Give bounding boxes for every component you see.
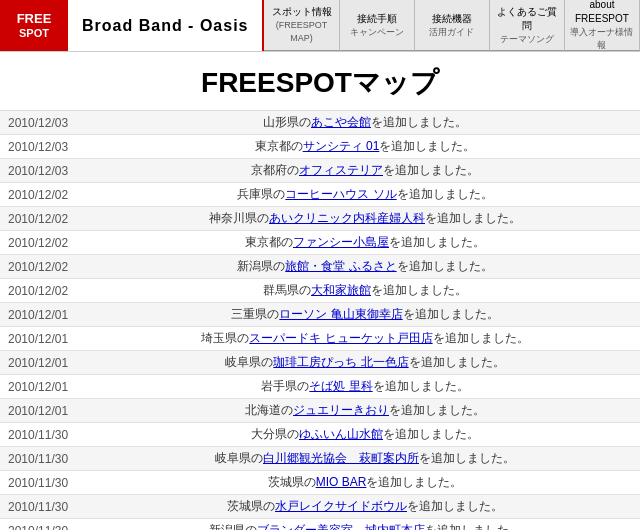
entry-link[interactable]: そば処 里科 (309, 379, 372, 393)
table-row: 2010/12/02群馬県の大和家旅館を追加しました。 (0, 279, 640, 303)
entry-text: 大分県のゆふいん山水館を追加しました。 (90, 423, 640, 447)
page-title: FREESPOTマップ (0, 52, 640, 111)
header: FREE SPOT Broad Band - Oasis スポット情報(FREE… (0, 0, 640, 52)
table-row: 2010/12/02神奈川県のあいクリニック内科産婦人科を追加しました。 (0, 207, 640, 231)
entry-link[interactable]: オフィステリア (299, 163, 383, 177)
table-row: 2010/11/30岐阜県の白川郷観光協会 萩町案内所を追加しました。 (0, 447, 640, 471)
entry-date: 2010/12/03 (0, 111, 90, 135)
brand-name: Broad Band - Oasis (68, 0, 264, 51)
entry-text: 埼玉県のスーパードキ ヒューケット戸田店を追加しました。 (90, 327, 640, 351)
entry-link[interactable]: 白川郷観光協会 萩町案内所 (263, 451, 419, 465)
entry-text: 新潟県の旅館・食堂 ふるさとを追加しました。 (90, 255, 640, 279)
freespot-logo: FREE SPOT (17, 11, 52, 40)
entry-link[interactable]: スーパードキ ヒューケット戸田店 (249, 331, 432, 345)
entry-link[interactable]: あいクリニック内科産婦人科 (269, 211, 425, 225)
table-row: 2010/12/03東京都のサンシティ 01を追加しました。 (0, 135, 640, 159)
entry-date: 2010/12/02 (0, 255, 90, 279)
entry-date: 2010/11/30 (0, 423, 90, 447)
logo-area: FREE SPOT (0, 0, 68, 51)
entry-text: 東京都のサンシティ 01を追加しました。 (90, 135, 640, 159)
nav-item-devices[interactable]: 接続機器活用ガイド (415, 0, 490, 51)
table-row: 2010/12/01岐阜県の珈琲工房ぴっち 北一色店を追加しました。 (0, 351, 640, 375)
entry-link[interactable]: 旅館・食堂 ふるさと (285, 259, 396, 273)
entry-text: 兵庫県のコーヒーハウス ソルを追加しました。 (90, 183, 640, 207)
entry-date: 2010/12/02 (0, 279, 90, 303)
entry-text: 茨城県の水戸レイクサイドボウルを追加しました。 (90, 495, 640, 519)
table-row: 2010/12/02兵庫県のコーヒーハウス ソルを追加しました。 (0, 183, 640, 207)
entry-date: 2010/12/01 (0, 399, 90, 423)
entry-date: 2010/12/02 (0, 231, 90, 255)
table-row: 2010/11/30茨城県の水戸レイクサイドボウルを追加しました。 (0, 495, 640, 519)
table-row: 2010/12/03山形県のあこや会館を追加しました。 (0, 111, 640, 135)
table-row: 2010/12/03京都府のオフィステリアを追加しました。 (0, 159, 640, 183)
entry-date: 2010/11/30 (0, 519, 90, 531)
entry-text: 三重県のローソン 亀山東御幸店を追加しました。 (90, 303, 640, 327)
entry-date: 2010/12/01 (0, 327, 90, 351)
table-row: 2010/12/01埼玉県のスーパードキ ヒューケット戸田店を追加しました。 (0, 327, 640, 351)
entry-date: 2010/12/01 (0, 303, 90, 327)
entry-link[interactable]: あこや会館 (311, 115, 371, 129)
entry-link[interactable]: ゆふいん山水館 (299, 427, 383, 441)
table-row: 2010/12/01岩手県のそば処 里科を追加しました。 (0, 375, 640, 399)
entry-link[interactable]: 珈琲工房ぴっち 北一色店 (273, 355, 408, 369)
entry-date: 2010/11/30 (0, 471, 90, 495)
entry-text: 茨城県のMIO BARを追加しました。 (90, 471, 640, 495)
nav-item-faq[interactable]: よくあるご質問テーマソング (490, 0, 565, 51)
entry-link[interactable]: ファンシー小島屋 (293, 235, 389, 249)
entry-text: 神奈川県のあいクリニック内科産婦人科を追加しました。 (90, 207, 640, 231)
table-row: 2010/12/01北海道のジュエリーきおりを追加しました。 (0, 399, 640, 423)
nav-bar: スポット情報(FREESPOT MAP)接続手順キャンペーン接続機器活用ガイドよ… (264, 0, 640, 51)
entry-link[interactable]: ローソン 亀山東御幸店 (279, 307, 402, 321)
nav-item-connection[interactable]: 接続手順キャンペーン (340, 0, 415, 51)
table-row: 2010/12/02新潟県の旅館・食堂 ふるさとを追加しました。 (0, 255, 640, 279)
table-row: 2010/12/01三重県のローソン 亀山東御幸店を追加しました。 (0, 303, 640, 327)
entry-date: 2010/12/01 (0, 351, 90, 375)
entry-text: 東京都のファンシー小島屋を追加しました。 (90, 231, 640, 255)
table-row: 2010/11/30新潟県のブランダー美容室 城内町本店を追加しました。 (0, 519, 640, 531)
entry-link[interactable]: MIO BAR (316, 475, 367, 489)
entry-link[interactable]: コーヒーハウス ソル (285, 187, 396, 201)
table-row: 2010/11/30茨城県のMIO BARを追加しました。 (0, 471, 640, 495)
entry-date: 2010/12/01 (0, 375, 90, 399)
entry-link[interactable]: 大和家旅館 (311, 283, 371, 297)
entry-text: 新潟県のブランダー美容室 城内町本店を追加しました。 (90, 519, 640, 531)
entry-text: 山形県のあこや会館を追加しました。 (90, 111, 640, 135)
entry-link[interactable]: サンシティ 01 (303, 139, 380, 153)
entry-text: 京都府のオフィステリアを追加しました。 (90, 159, 640, 183)
table-row: 2010/11/30大分県のゆふいん山水館を追加しました。 (0, 423, 640, 447)
table-row: 2010/12/02東京都のファンシー小島屋を追加しました。 (0, 231, 640, 255)
entries-table: 2010/12/03山形県のあこや会館を追加しました。2010/12/03東京都… (0, 111, 640, 530)
entry-link[interactable]: ブランダー美容室 城内町本店 (257, 523, 425, 530)
entry-link[interactable]: 水戸レイクサイドボウル (275, 499, 407, 513)
entry-text: 岐阜県の白川郷観光協会 萩町案内所を追加しました。 (90, 447, 640, 471)
entry-date: 2010/12/02 (0, 207, 90, 231)
entry-date: 2010/11/30 (0, 447, 90, 471)
entry-date: 2010/12/03 (0, 135, 90, 159)
entry-link[interactable]: ジュエリーきおり (293, 403, 389, 417)
entry-text: 岩手県のそば処 里科を追加しました。 (90, 375, 640, 399)
entry-date: 2010/12/02 (0, 183, 90, 207)
entry-date: 2010/11/30 (0, 495, 90, 519)
entry-text: 群馬県の大和家旅館を追加しました。 (90, 279, 640, 303)
nav-item-spot-info[interactable]: スポット情報(FREESPOT MAP) (264, 0, 339, 51)
entry-text: 岐阜県の珈琲工房ぴっち 北一色店を追加しました。 (90, 351, 640, 375)
nav-item-about[interactable]: about FREESPOT導入オーナ様情報 (565, 0, 640, 51)
entry-text: 北海道のジュエリーきおりを追加しました。 (90, 399, 640, 423)
entry-date: 2010/12/03 (0, 159, 90, 183)
